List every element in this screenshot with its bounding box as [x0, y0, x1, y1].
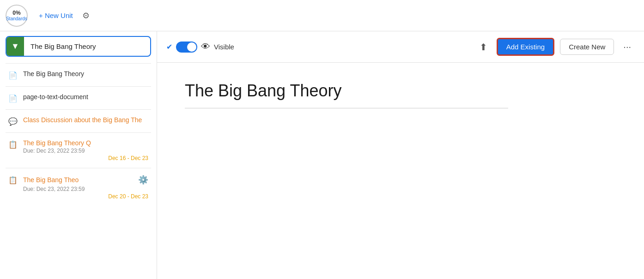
item-text-4: The Big Bang Theory Q Due: Dec 23, 2022 …: [23, 139, 148, 161]
quiz-icon: 📋: [8, 140, 18, 149]
toggle-wrap: ✔ 👁 Visible: [166, 42, 234, 53]
content-body: The Big Bang Theory: [157, 63, 644, 279]
gear-icon: ⚙: [82, 11, 90, 20]
item-title-5: The Big Bang Theo: [23, 176, 79, 184]
content-title: The Big Bang Theory: [185, 81, 616, 101]
standards-percent: 0%: [12, 10, 20, 16]
standards-circle[interactable]: 0% Standards: [6, 5, 28, 27]
sidebar-divider-5: [6, 168, 151, 168]
unit-card-expand-icon[interactable]: ▼: [6, 37, 24, 56]
item-title-3: Class Discussion about the Big Bang The: [23, 116, 148, 124]
sidebar-item-3[interactable]: 💬 Class Discussion about the Big Bang Th…: [6, 111, 151, 131]
new-unit-button[interactable]: + New Unit: [35, 10, 77, 21]
sidebar-scroll[interactable]: ▼ The Big Bang Theory 📄 The Big Bang The…: [0, 31, 157, 279]
sidebar-item-2[interactable]: 📄 page-to-text-document: [6, 88, 151, 108]
sidebar-item-5[interactable]: 📋 The Big Bang Theo ⚙️ Due: Dec 23, 2022…: [6, 169, 151, 205]
item-text-1: The Big Bang Theory: [23, 70, 148, 77]
create-new-button[interactable]: Create New: [560, 39, 614, 55]
unit-card-title: The Big Bang Theory: [24, 37, 150, 56]
sidebar-divider-1: [6, 63, 151, 64]
sidebar-item-1[interactable]: 📄 The Big Bang Theory: [6, 65, 151, 85]
unit-card[interactable]: ▼ The Big Bang Theory: [6, 36, 151, 57]
more-options-button[interactable]: ···: [620, 40, 635, 54]
item-text-3: Class Discussion about the Big Bang The: [23, 116, 148, 124]
sidebar-divider-2: [6, 86, 151, 87]
eye-icon: 👁: [201, 42, 210, 52]
top-bar: 0% Standards + New Unit ⚙: [0, 0, 644, 31]
assignment-icon: 📋: [8, 176, 18, 184]
check-icon: ✔: [166, 42, 172, 51]
item-date-range-4: Dec 16 - Dec 23: [23, 155, 148, 161]
content-divider: [185, 108, 508, 108]
item-title-2: page-to-text-document: [23, 93, 148, 101]
standards-label: Standards: [6, 16, 27, 21]
sidebar-item-4[interactable]: 📋 The Big Bang Theory Q Due: Dec 23, 202…: [6, 134, 151, 167]
gear-button[interactable]: ⚙: [80, 9, 91, 23]
visible-toggle[interactable]: [176, 42, 197, 53]
sidebar-divider-4: [6, 132, 151, 133]
discussion-icon: 💬: [8, 117, 18, 126]
add-existing-button[interactable]: Add Existing: [497, 38, 554, 56]
content-toolbar: ✔ 👁 Visible ⬆ Add Existing Create New ··…: [157, 31, 644, 63]
item-text-2: page-to-text-document: [23, 93, 148, 101]
item-title-1: The Big Bang Theory: [23, 70, 148, 77]
item-title-4: The Big Bang Theory Q: [23, 139, 148, 147]
main-layout: ▼ The Big Bang Theory 📄 The Big Bang The…: [0, 31, 644, 279]
item-due-5: Due: Dec 23, 2022 23:59: [23, 186, 148, 192]
item-due-4: Due: Dec 23, 2022 23:59: [23, 148, 148, 154]
item-date-range-5: Dec 20 - Dec 23: [23, 193, 148, 200]
sidebar: ▼ The Big Bang Theory 📄 The Big Bang The…: [0, 31, 157, 279]
content-area: ✔ 👁 Visible ⬆ Add Existing Create New ··…: [157, 31, 644, 279]
doc-icon-1: 📄: [8, 71, 18, 80]
item-text-5: The Big Bang Theo ⚙️ Due: Dec 23, 2022 2…: [23, 175, 148, 200]
item-gear-icon[interactable]: ⚙️: [138, 175, 148, 185]
doc-icon-2: 📄: [8, 94, 18, 103]
upload-icon[interactable]: ⬆: [480, 42, 487, 53]
visible-label: Visible: [214, 43, 234, 51]
new-unit-label: + New Unit: [39, 12, 73, 19]
sidebar-divider-3: [6, 109, 151, 110]
